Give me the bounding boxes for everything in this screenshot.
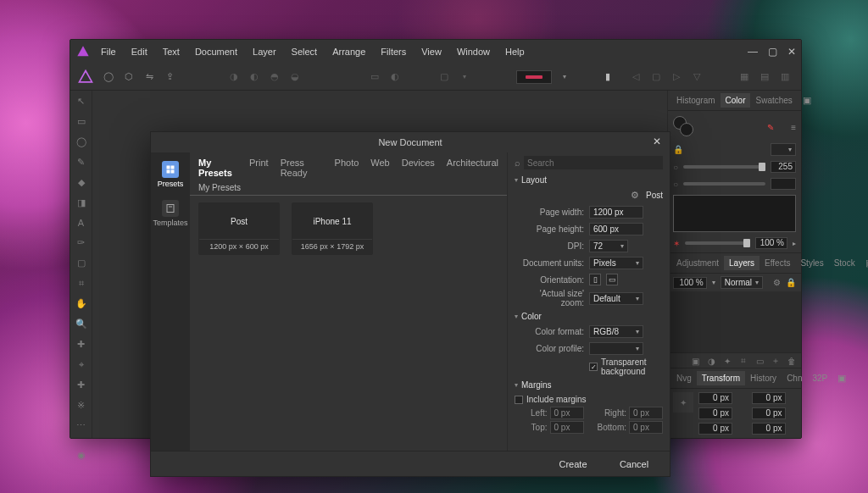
tb-mask-icon[interactable]: ▭	[365, 68, 384, 86]
tb-align-l-icon[interactable]: ◁	[626, 68, 645, 86]
tool-crop-icon[interactable]: ⌗	[74, 278, 89, 289]
tool-swatch-fg-icon[interactable]: ◉	[74, 450, 89, 461]
tool-clone-icon[interactable]: ⌖	[74, 359, 89, 370]
tool-hexagon-icon[interactable]: ⬡	[120, 68, 138, 86]
tb-shape-a-icon[interactable]: ◑	[225, 68, 243, 86]
layer-mask-icon[interactable]: ▣	[689, 355, 701, 367]
page-height-input[interactable]: 600 px	[589, 223, 643, 235]
tb-snap-b-icon[interactable]: ▤	[755, 68, 774, 86]
menu-layer[interactable]: Layer	[253, 47, 276, 57]
tab-styles[interactable]: Styles	[795, 256, 828, 270]
tb-align-c-icon[interactable]: ▢	[647, 68, 665, 86]
tf-y-input[interactable]: 0 px	[698, 407, 732, 419]
menu-window[interactable]: Window	[457, 47, 490, 57]
tool-lasso-icon[interactable]: ◯	[74, 136, 89, 147]
layer-add-icon[interactable]: ＋	[770, 355, 782, 367]
tb-align-r-icon[interactable]: ▷	[667, 68, 686, 86]
orientation-portrait[interactable]: ▯	[589, 274, 601, 285]
tb-snap-a-icon[interactable]: ▦	[735, 68, 754, 86]
dialog-close-icon[interactable]: ✕	[653, 136, 665, 147]
tool-heal-icon[interactable]: ✚	[74, 379, 89, 391]
color-profile-select[interactable]: ▾	[589, 342, 643, 355]
tool-pen-icon[interactable]: ✑	[74, 237, 89, 248]
layer-opacity-input[interactable]: 100 %	[673, 277, 707, 289]
tab-color[interactable]: Color	[721, 93, 751, 108]
units-select[interactable]: Pixels▾	[589, 257, 643, 269]
tab-my-presets[interactable]: My Presets	[198, 158, 237, 178]
maximize-icon[interactable]: ▢	[768, 46, 777, 58]
tab-layers[interactable]: Layers	[724, 256, 760, 270]
tab-architectural[interactable]: Architectural	[447, 158, 498, 178]
tool-text-icon[interactable]: A	[74, 218, 89, 228]
tool-share-icon[interactable]: ⇪	[160, 68, 179, 86]
opacity-caret-icon[interactable]: ▸	[793, 240, 796, 247]
layer-crop-icon[interactable]: ⌗	[737, 355, 749, 367]
orientation-landscape[interactable]: ▭	[606, 274, 618, 285]
tab-stock[interactable]: Stock	[829, 256, 860, 270]
tb-dropdown-icon[interactable]: ▾	[455, 68, 474, 86]
tb-droplet-icon[interactable]: ▮	[600, 68, 616, 86]
tool-shape-icon[interactable]: ▢	[74, 258, 89, 269]
tool-mirror-icon[interactable]: ⇋	[140, 68, 159, 86]
tool-eyedrop-icon[interactable]: ✚	[74, 339, 89, 350]
section-margins-header[interactable]: ▾ Margins	[508, 378, 670, 392]
tf-x-input[interactable]: 0 px	[698, 392, 732, 404]
panel-popout-icon[interactable]: ▣	[860, 255, 868, 271]
tab-devices[interactable]: Devices	[402, 158, 435, 178]
tool-mesh-icon[interactable]: ※	[74, 400, 89, 411]
minimize-icon[interactable]: —	[748, 46, 758, 58]
menu-arrange[interactable]: Arrange	[332, 47, 365, 57]
menu-view[interactable]: View	[421, 47, 442, 57]
tab-web[interactable]: Web	[370, 158, 389, 178]
transparent-checkbox[interactable]: ✓	[589, 363, 598, 371]
tf-w-input[interactable]: 0 px	[752, 392, 786, 404]
margin-right-input[interactable]: 0 px	[629, 407, 663, 419]
tb-align-d-icon[interactable]: ▽	[687, 68, 706, 86]
tf-s-input[interactable]: 0 px	[752, 423, 786, 435]
tool-hand-icon[interactable]: ✋	[74, 298, 89, 309]
tab-nvg[interactable]: Nvg	[671, 371, 697, 385]
tb-square-icon[interactable]: ▢	[435, 68, 453, 86]
section-color-header[interactable]: ▾ Color	[508, 309, 670, 324]
tool-select-icon[interactable]: ▭	[74, 116, 89, 127]
cancel-button[interactable]: Cancel	[610, 456, 658, 473]
tab-print[interactable]: Print	[249, 158, 269, 178]
channel-slider-1[interactable]	[683, 165, 765, 169]
preset-card-iphone11[interactable]: iPhone 11 1656 px × 1792 px	[292, 202, 373, 255]
preset-card-post[interactable]: Post 1200 px × 600 px	[198, 202, 280, 255]
layer-group-icon[interactable]: ▭	[754, 355, 765, 367]
tab-transform[interactable]: Transform	[697, 371, 745, 385]
tool-more-icon[interactable]: ⋯	[74, 420, 89, 431]
tool-brush-icon[interactable]: ✎	[74, 157, 89, 168]
create-button[interactable]: Create	[549, 456, 597, 473]
color-menu-icon[interactable]: ≡	[791, 123, 796, 132]
tool-zoom-icon[interactable]: 🔍	[74, 319, 89, 330]
layer-delete-icon[interactable]: 🗑	[786, 355, 798, 367]
tab-press-ready[interactable]: Press Ready	[281, 158, 323, 178]
sidebar-templates[interactable]: Templates	[153, 197, 187, 230]
eyedropper-icon[interactable]: ✎	[767, 123, 774, 132]
tf-h-input[interactable]: 0 px	[752, 407, 786, 419]
tb-swatch-caret-icon[interactable]: ▾	[557, 68, 573, 86]
color-format-select[interactable]: RGB/8▾	[589, 325, 643, 338]
close-icon[interactable]: ✕	[787, 46, 796, 58]
channel-value-1[interactable]: 255	[771, 161, 796, 173]
gear-icon[interactable]: ⚙	[631, 190, 639, 201]
tb-shape-b-icon[interactable]: ◐	[245, 68, 264, 86]
opacity-value[interactable]: 100 %	[755, 237, 787, 249]
tool-gradient-icon[interactable]: ◨	[74, 197, 89, 208]
tb-shape-c-icon[interactable]: ◓	[265, 68, 284, 86]
channel-value-2[interactable]	[771, 178, 796, 190]
menu-filters[interactable]: Filters	[381, 47, 406, 57]
tab-effects[interactable]: Effects	[760, 256, 795, 270]
opacity-slider[interactable]	[685, 241, 750, 245]
tb-swatch-preview[interactable]	[516, 70, 552, 84]
tab-swatches[interactable]: Swatches	[750, 93, 797, 108]
tool-fill-icon[interactable]: ◆	[74, 177, 89, 188]
panel-popout-icon[interactable]: ▣	[832, 370, 851, 386]
anchor-grid-icon[interactable]: ✦	[673, 392, 693, 413]
tab-photo[interactable]: Photo	[335, 158, 359, 178]
tb-snap-c-icon[interactable]: ▥	[776, 68, 794, 86]
tab-chn[interactable]: Chn	[782, 371, 807, 385]
tool-circle-icon[interactable]: ◯	[99, 68, 118, 86]
